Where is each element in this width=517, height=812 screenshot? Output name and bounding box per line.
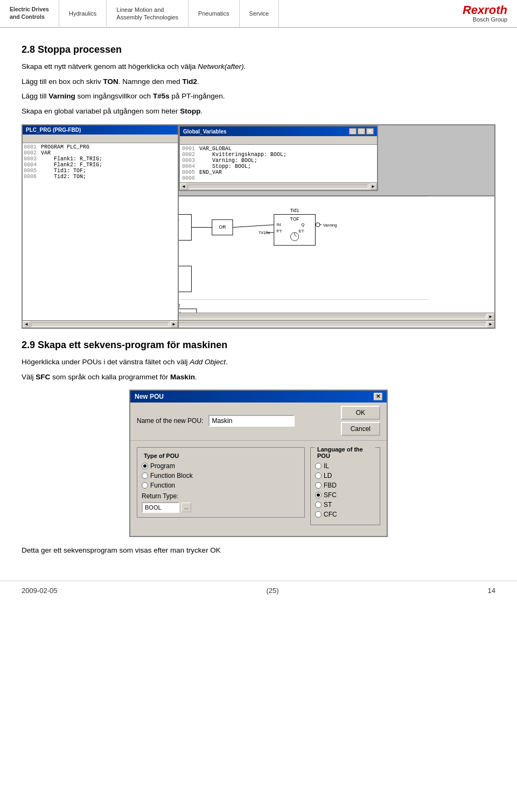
cancel-button[interactable]: Cancel: [341, 422, 380, 436]
header-service[interactable]: Service: [240, 0, 280, 27]
dialog-close-button[interactable]: ✕: [374, 393, 382, 400]
svg-text:Tid1: Tid1: [290, 208, 299, 213]
logo-brand: Rexroth: [463, 4, 507, 16]
pou-type-label: Type of POU: [142, 453, 181, 459]
close-btn[interactable]: ✕: [366, 128, 374, 135]
plc-toolbar: [23, 135, 178, 143]
dialog-name-label: Name of the new POU:: [137, 417, 203, 425]
lang-sfc-radio[interactable]: [315, 492, 322, 498]
return-type-row: Return Type:: [142, 492, 300, 500]
plc-code: 0001PROGRAM PLC_PRG 0002VAR 0003 Flank1:…: [23, 143, 178, 181]
header-linear-motion[interactable]: Linear Motion andAssembly Technologies: [107, 0, 188, 27]
section2-para2: Välj SFC som språk och kalla programmet …: [22, 371, 495, 383]
language-group: Language of the POU IL LD FBD: [310, 447, 380, 525]
header-electric-drives[interactable]: Electric Drives and Controls: [0, 0, 59, 27]
header-pneumatics[interactable]: Pneumatics: [188, 0, 239, 27]
section2-para1: Högerklicka under POUs i det vänstra fäl…: [22, 356, 495, 368]
lang-st[interactable]: ST: [315, 501, 375, 509]
dialog-left-panel: Type of POU Program Function Block Funct…: [137, 447, 305, 529]
dialog-right-panel: Language of the POU IL LD FBD: [310, 447, 380, 529]
language-label: Language of the POU: [315, 446, 375, 459]
pou-type-function-block[interactable]: Function Block: [142, 472, 300, 479]
global-vars-window: Global_Variables _ □ ✕ 0001VAR_GLOBAL 00…: [179, 125, 378, 191]
lang-fbd[interactable]: FBD: [315, 482, 375, 489]
plc-hscrollbar[interactable]: ◄ ►: [23, 320, 178, 328]
svg-text:TOF: TOF: [290, 216, 299, 222]
plc-titlebar: PLC_PRG (PRG-FBD): [23, 125, 178, 135]
svg-text:OR: OR: [219, 225, 226, 230]
main-content: 2.8 Stoppa processen Skapa ett nytt nätv…: [0, 28, 517, 570]
return-type-input-row: ...: [142, 502, 300, 513]
global-vars-hscrollbar[interactable]: ◄ ►: [180, 182, 377, 190]
pou-type-program[interactable]: Program: [142, 462, 300, 470]
plc-screenshot: PLC_PRG (PRG-FBD) 0001PROGRAM PLC_PRG 00…: [22, 124, 495, 329]
svg-text:Q: Q: [302, 222, 305, 227]
dialog-title: New POU: [135, 393, 164, 400]
ok-button[interactable]: OK: [341, 406, 380, 420]
global-vars-code: 0001VAR_GLOBAL 0002 Kvitteringsknapp: BO…: [180, 145, 377, 182]
titlebar-controls: _ □ ✕: [349, 128, 374, 135]
svg-text:Varning: Varning: [323, 223, 337, 228]
svg-line-24: [233, 225, 274, 228]
svg-point-27: [316, 223, 320, 227]
lang-cfc-radio[interactable]: [315, 511, 322, 518]
header-logo: Rexroth Bosch Group: [453, 0, 517, 27]
section1-para3: Lägg till Varning som ingångsvillkor och…: [22, 90, 495, 102]
global-vars-toolbar: [180, 136, 377, 145]
dialog-name-row: Name of the new POU: OK Cancel: [130, 403, 387, 441]
pou-type-function-radio[interactable]: [142, 482, 148, 489]
global-vars-title: Global_Variables: [183, 129, 227, 135]
return-type-browse-button[interactable]: ...: [181, 503, 191, 512]
return-type-label: Return Type:: [142, 492, 178, 500]
dialog-titlebar: New POU ✕: [130, 391, 387, 403]
section1-para4: Skapa en global variabel på utgången som…: [22, 105, 495, 117]
svg-text:ET: ET: [299, 229, 304, 234]
page-header: Electric Drives and Controls Hydraulics …: [0, 0, 517, 28]
new-pou-dialog: New POU ✕ Name of the new POU: OK Cancel…: [129, 390, 388, 537]
pou-type-program-radio[interactable]: [142, 463, 148, 469]
section2-heading: 2.9 Skapa ett sekvens-program för maskin…: [22, 340, 495, 351]
section2-footer-text: Detta ger ett sekvensprogram som visas e…: [22, 545, 495, 556]
pou-type-function-block-radio[interactable]: [142, 472, 148, 479]
header-hydraulics[interactable]: Hydraulics: [59, 0, 107, 27]
minimize-btn[interactable]: _: [349, 128, 357, 135]
section1-para1: Skapa ett nytt nätverk genom att högerkl…: [22, 61, 495, 73]
lang-il[interactable]: IL: [315, 462, 375, 470]
section1-para2: Lägg till en box och skriv TON. Namnge d…: [22, 76, 495, 88]
pou-type-group: Type of POU Program Function Block Funct…: [137, 447, 305, 518]
lang-ld[interactable]: LD: [315, 472, 375, 479]
dialog-body: Type of POU Program Function Block Funct…: [130, 441, 387, 536]
logo-group: Bosch Group: [463, 16, 507, 23]
new-pou-dialog-container: New POU ✕ Name of the new POU: OK Cancel…: [22, 390, 495, 537]
lang-ld-radio[interactable]: [315, 472, 322, 479]
maximize-btn[interactable]: □: [358, 128, 365, 135]
dialog-action-buttons: OK Cancel: [341, 406, 380, 436]
lang-cfc[interactable]: CFC: [315, 511, 375, 518]
lang-fbd-radio[interactable]: [315, 482, 322, 489]
footer-page-info: (25): [266, 587, 278, 595]
svg-text:PT: PT: [277, 229, 282, 234]
footer-page-num: 14: [488, 587, 495, 595]
pou-type-function[interactable]: Function: [142, 482, 300, 489]
footer-date: 2009-02-05: [22, 587, 58, 595]
lang-il-radio[interactable]: [315, 463, 322, 469]
lang-st-radio[interactable]: [315, 502, 322, 508]
page-footer: 2009-02-05 (25) 14: [0, 581, 517, 600]
lang-sfc[interactable]: SFC: [315, 491, 375, 499]
pou-name-input[interactable]: [208, 415, 295, 427]
return-type-input[interactable]: [142, 502, 179, 513]
svg-text:IN: IN: [277, 222, 281, 227]
section1-heading: 2.8 Stoppa processen: [22, 44, 495, 55]
